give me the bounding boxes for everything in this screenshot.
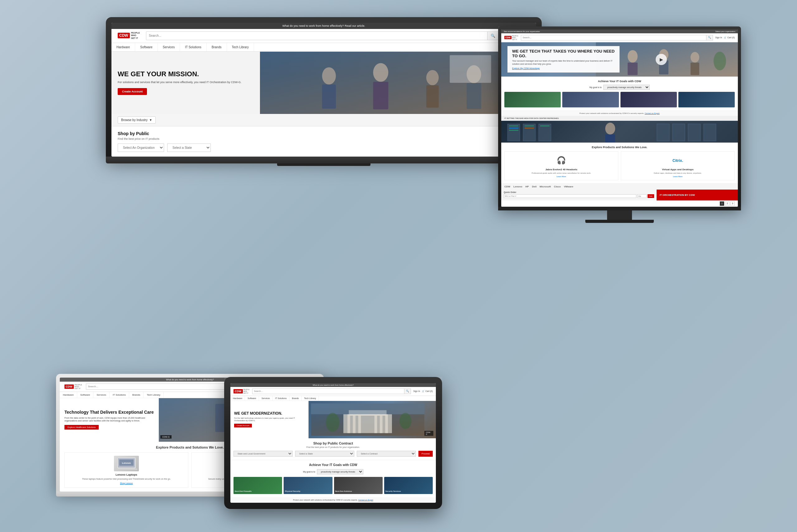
tab-state-select[interactable]: Select a State <box>295 451 354 457</box>
svg-rect-20 <box>115 469 137 470</box>
tab-cart[interactable]: 🛒 Cart (0) <box>422 390 433 393</box>
sl-nav-it-solutions[interactable]: IT Solutions <box>110 392 129 398</box>
mon-logo-cisco: Cisco <box>554 185 561 188</box>
mon-page-1[interactable]: 1 <box>720 202 724 206</box>
mon-quick-order-input[interactable] <box>504 194 637 198</box>
tab-nav-brands[interactable]: Brands <box>289 396 302 401</box>
tab-logo-box: CDW <box>233 389 243 394</box>
tab-search[interactable]: 🔍 <box>252 388 411 394</box>
mon-jabra-link[interactable]: Learn More <box>507 175 615 177</box>
sl-product-lenovo: Lenovo Lenovo Laptops These laptops feat… <box>64 452 188 488</box>
tab-achieve-title: Achieve Your IT Goals with CDW <box>233 463 433 467</box>
tab-nav-software[interactable]: Software <box>245 396 259 401</box>
svg-point-36 <box>399 413 411 429</box>
tab-search-input[interactable] <box>252 389 404 394</box>
mon-page-3[interactable]: 3 <box>730 202 735 206</box>
tab-contract-select[interactable]: Select a Contract <box>357 451 416 457</box>
state-select[interactable]: Select a State <box>167 144 211 152</box>
browse-industry-select[interactable]: Browse by Industry ▼ <box>118 116 156 124</box>
svg-rect-58 <box>688 124 701 141</box>
sl-nav-brands[interactable]: Brands <box>129 392 144 398</box>
mon-add-to-cart-button[interactable]: Add <box>648 194 654 198</box>
tab-goals: My goal is to proactively manage securit… <box>233 469 433 474</box>
mon-search[interactable]: 🔍 <box>521 35 713 40</box>
mon-signin[interactable]: Sign In <box>716 36 722 39</box>
tab-signin[interactable]: Sign In <box>414 390 420 393</box>
laptop-frame: What do you need to work from home effec… <box>106 17 542 157</box>
search-bar[interactable]: 🔍 <box>146 32 499 40</box>
mon-card-antivirus <box>621 92 677 108</box>
tab-header-right: Sign In 🛒 Cart (0) <box>414 390 433 393</box>
create-account-button[interactable]: Create Account <box>118 88 147 95</box>
mon-qty-input[interactable] <box>637 194 647 198</box>
sl-logo-text: PEOPLEWHOGET IT <box>75 384 82 390</box>
nav-tech-library[interactable]: Tech Library <box>227 43 254 51</box>
svg-rect-28 <box>347 414 350 433</box>
tab-proceed-button[interactable]: Proceed <box>418 451 433 457</box>
tab-hero: WE GET MODERNIZATION. For the right tech… <box>230 401 436 438</box>
shop-subtitle: Find the best price on IT products <box>118 137 530 140</box>
mon-search-input[interactable] <box>521 35 706 40</box>
browse-dropdown-icon: ▼ <box>149 118 152 122</box>
search-button[interactable]: 🔍 <box>487 32 498 40</box>
svg-rect-29 <box>353 414 356 433</box>
mon-contact-link[interactable]: Contact an Expert <box>645 112 660 114</box>
tab-hero-button[interactable]: Create Account <box>234 424 252 428</box>
tab-topbar: What do you need to work from home effec… <box>230 383 436 387</box>
mon-page-2[interactable]: 2 <box>725 202 729 206</box>
svg-rect-55 <box>605 134 615 142</box>
mon-jabra-name: Jabra Evolve2 40 Headsets <box>507 168 615 171</box>
nav-services[interactable]: Services <box>158 43 180 51</box>
tab-nav-it-solutions[interactable]: IT Solutions <box>273 396 289 401</box>
hero-image <box>260 52 536 114</box>
tab-nav-tech-library[interactable]: Tech Library <box>302 396 319 401</box>
tab-protect-text: Protect your network with solutions orch… <box>293 499 358 501</box>
main-nav: Hardware Software Services IT Solutions … <box>111 43 536 52</box>
sl-nav-services[interactable]: Services <box>93 392 110 398</box>
mon-logo-cdw: CDW <box>504 185 510 188</box>
play-button[interactable]: ▶ <box>656 54 667 65</box>
sl-nav-software[interactable]: Software <box>77 392 94 398</box>
tab-shop-sub: Find the best price on IT products for y… <box>233 446 433 448</box>
mon-goals-select[interactable]: proactively manage security threats <box>603 85 650 90</box>
tab-search-button[interactable]: 🔍 <box>404 389 411 394</box>
svg-rect-47 <box>538 124 551 141</box>
svg-text:Citrix.: Citrix. <box>672 158 683 163</box>
tab-nav-services[interactable]: Services <box>259 396 273 401</box>
sl-lenovo-link[interactable]: Shop Lenovo <box>68 482 185 484</box>
svg-rect-2 <box>322 84 336 109</box>
svg-rect-4 <box>373 81 388 109</box>
tab-goals-select[interactable]: proactively manage security threats <box>317 469 363 474</box>
nav-brands[interactable]: Brands <box>207 43 227 51</box>
mon-citrix-link[interactable]: Learn More <box>624 175 732 177</box>
search-input[interactable] <box>146 34 487 37</box>
mon-search-button[interactable]: 🔍 <box>706 35 713 40</box>
browse-label: Browse by Industry <box>121 118 148 122</box>
sl-hero-button[interactable]: Explore Healthcare Solutions <box>64 425 99 430</box>
sl-nav-tech-library[interactable]: Tech Library <box>144 392 164 398</box>
tab-security-cards: Next-Gen Firewalls Physical Security Nex… <box>233 477 433 494</box>
svg-rect-8 <box>467 83 481 109</box>
public-selects: Select An Organization Select a State <box>118 144 530 152</box>
sl-nav-hardware[interactable]: Hardware <box>60 392 77 398</box>
mon-achieve-title: Achieve Your IT Goals with CDW <box>504 80 735 83</box>
mon-card-firewalls <box>504 92 561 108</box>
mon-explore-title: Explore Products and Solutions We Love. <box>504 146 735 149</box>
nav-hardware[interactable]: Hardware <box>111 43 135 51</box>
tab-card-security: Security Services <box>384 477 433 494</box>
tab-contact-link[interactable]: Contact an Expert <box>358 499 373 501</box>
tab-hero-title: WE GET MODERNIZATION. <box>234 412 305 416</box>
tab-nav-hardware[interactable]: Hardware <box>230 396 245 401</box>
nav-it-solutions[interactable]: IT Solutions <box>180 43 207 51</box>
mon-topbar-right[interactable]: Select your organization <box>716 31 735 32</box>
tab-org-select[interactable]: State and Local Government <box>233 451 293 457</box>
mon-hero-link[interactable]: Explore My CDW Advantage <box>512 67 615 70</box>
mon-cart[interactable]: 🛒 Cart (0) <box>724 36 735 39</box>
tab-hero-text: WE GET MODERNIZATION. For the right tech… <box>230 401 308 438</box>
org-select[interactable]: Select An Organization <box>118 144 164 152</box>
sl-badge: CDW-G <box>160 435 172 439</box>
sl-logo-box: CDW <box>64 384 74 389</box>
nav-software[interactable]: Software <box>135 43 157 51</box>
mon-red-cta: IT ORCHESTRATION BY CDW <box>657 190 738 201</box>
mon-hero-text-box: WE GET TECH THAT TAKES YOU WHERE YOU NEE… <box>508 46 620 72</box>
